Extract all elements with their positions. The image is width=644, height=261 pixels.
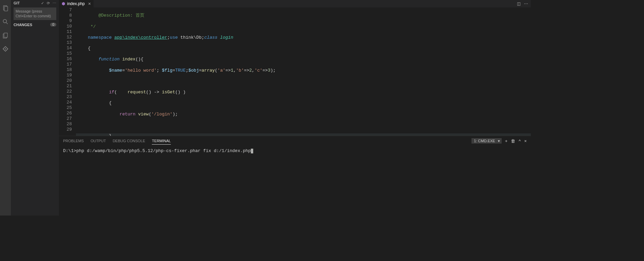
split-editor-icon[interactable]: ◫ <box>517 1 521 6</box>
tab-terminal[interactable]: TERMINAL <box>152 137 171 145</box>
tab-debug-console[interactable]: DEBUG CONSOLE <box>113 137 145 144</box>
sidebar-section-title: GIT <box>14 1 38 5</box>
more-icon[interactable]: ⋯ <box>53 1 56 5</box>
svg-rect-1 <box>4 6 8 11</box>
terminal-content[interactable]: D:\1>php d:/wamp/bin/php/php5.5.12/php-c… <box>59 146 531 216</box>
kill-terminal-icon[interactable]: 🗑 <box>511 138 515 144</box>
changes-count-badge: 0 <box>50 23 56 26</box>
svg-point-4 <box>5 48 6 49</box>
tab-index-php[interactable]: ⬢ index.php × <box>59 0 94 7</box>
source-control-sidebar: GIT ✓ ⟳ ⋯ Message (press Ctrl+Enter to c… <box>11 0 59 216</box>
sidebar-header: GIT ✓ ⟳ ⋯ <box>11 0 59 6</box>
editor-tabs: ⬢ index.php × ◫ ⋯ <box>59 0 531 7</box>
changes-label: CHANGES <box>14 23 50 27</box>
terminal-line: D:\1>php d:/wamp/bin/php/php5.5.12/php-c… <box>63 148 251 153</box>
scm-icon[interactable] <box>0 42 11 56</box>
php-file-icon: ⬢ <box>62 1 65 6</box>
commit-check-icon[interactable]: ✓ <box>41 1 44 5</box>
maximize-panel-icon[interactable]: ^ <box>519 138 521 144</box>
code-editor[interactable]: 789101112 131415161718 192021222324 2526… <box>59 7 531 136</box>
bottom-panel: PROBLEMS OUTPUT DEBUG CONSOLE TERMINAL 1… <box>59 136 531 216</box>
activity-bar <box>0 0 11 216</box>
panel-tabs: PROBLEMS OUTPUT DEBUG CONSOLE TERMINAL 1… <box>59 136 531 146</box>
line-number-gutter: 789101112 131415161718 192021222324 2526… <box>59 7 76 136</box>
commit-message-input[interactable]: Message (press Ctrl+Enter to commit) <box>14 7 56 20</box>
close-icon[interactable]: × <box>88 1 91 6</box>
refresh-icon[interactable]: ⟳ <box>47 1 50 5</box>
tab-problems[interactable]: PROBLEMS <box>63 137 84 144</box>
close-panel-icon[interactable]: × <box>524 138 527 144</box>
editor-actions: ◫ ⋯ <box>517 0 531 7</box>
search-icon[interactable] <box>0 15 11 29</box>
explorer-icon[interactable] <box>0 1 11 15</box>
tab-filename: index.php <box>67 1 85 6</box>
code-content[interactable]: @Description: 首页 */ namespace app\index\… <box>76 7 531 136</box>
terminal-selector[interactable]: 1: cmd.exe <box>471 138 501 144</box>
files-icon[interactable] <box>0 29 11 42</box>
terminal-cursor <box>251 149 253 153</box>
svg-rect-3 <box>4 33 7 37</box>
svg-point-2 <box>3 19 6 23</box>
tab-output[interactable]: OUTPUT <box>90 137 106 144</box>
new-terminal-icon[interactable]: + <box>505 138 508 144</box>
changes-section[interactable]: CHANGES 0 <box>11 21 59 28</box>
editor-more-icon[interactable]: ⋯ <box>524 1 528 6</box>
main-area: ⬢ index.php × ◫ ⋯ 789101112 131415161718… <box>59 0 531 216</box>
